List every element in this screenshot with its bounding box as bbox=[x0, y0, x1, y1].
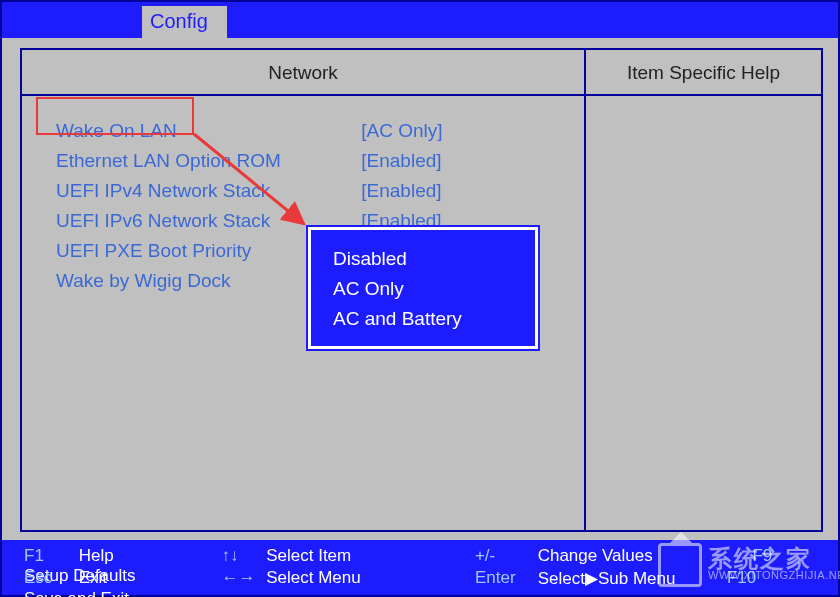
panel-title: Network bbox=[22, 50, 584, 96]
tab-config[interactable]: Config bbox=[142, 6, 227, 38]
setting-uefi-ipv4[interactable]: UEFI IPv4 Network Stack [Enabled] bbox=[56, 176, 574, 206]
key-f10: F10 bbox=[727, 568, 762, 588]
key-esc: Esc bbox=[24, 568, 74, 588]
key-f9: F9 bbox=[752, 546, 787, 566]
help-body bbox=[586, 96, 821, 116]
setting-value[interactable]: [AC Only] bbox=[361, 116, 442, 146]
option-disabled[interactable]: Disabled bbox=[333, 244, 529, 274]
help-panel: Item Specific Help bbox=[584, 50, 821, 530]
setting-label: Ethernet LAN Option ROM bbox=[56, 146, 356, 176]
hint-save-exit: Save and Exit bbox=[24, 589, 129, 597]
hint-exit: Exit bbox=[79, 568, 217, 588]
setting-label: UEFI IPv4 Network Stack bbox=[56, 176, 356, 206]
hint-select: Select bbox=[538, 569, 585, 588]
setting-value[interactable]: [Enabled] bbox=[361, 176, 441, 206]
option-ac-only[interactable]: AC Only bbox=[333, 274, 529, 304]
key-updown: ↑↓ bbox=[221, 546, 261, 566]
option-ac-and-battery[interactable]: AC and Battery bbox=[333, 304, 529, 334]
hint-help: Help bbox=[79, 546, 217, 566]
triangle-right-icon: ▶ bbox=[585, 569, 598, 588]
hint-select-submenu: Select▶Sub Menu bbox=[538, 568, 676, 589]
hint-change-values: Change Values bbox=[538, 546, 748, 566]
key-enter: Enter bbox=[475, 568, 533, 588]
setting-ethernet-rom[interactable]: Ethernet LAN Option ROM [Enabled] bbox=[56, 146, 574, 176]
key-f1: F1 bbox=[24, 546, 74, 566]
setting-label: Wake On LAN bbox=[56, 116, 356, 146]
help-title: Item Specific Help bbox=[586, 50, 821, 96]
setting-wake-on-lan[interactable]: Wake On LAN [AC Only] bbox=[56, 116, 574, 146]
key-plusminus: +/- bbox=[475, 546, 533, 566]
setting-value[interactable]: [Enabled] bbox=[361, 146, 441, 176]
header-bar: Config bbox=[2, 2, 838, 38]
hint-select-menu: Select Menu bbox=[266, 568, 470, 588]
hint-submenu: Sub Menu bbox=[598, 569, 676, 588]
value-popup: Disabled AC Only AC and Battery bbox=[308, 227, 538, 349]
bios-screen: Config Network Wake On LAN [AC Only] Eth… bbox=[0, 0, 840, 597]
footer-bar: F1 Help ↑↓ Select Item +/- Change Values… bbox=[2, 540, 838, 595]
key-leftright: ←→ bbox=[221, 568, 261, 588]
hint-select-item: Select Item bbox=[266, 546, 470, 566]
